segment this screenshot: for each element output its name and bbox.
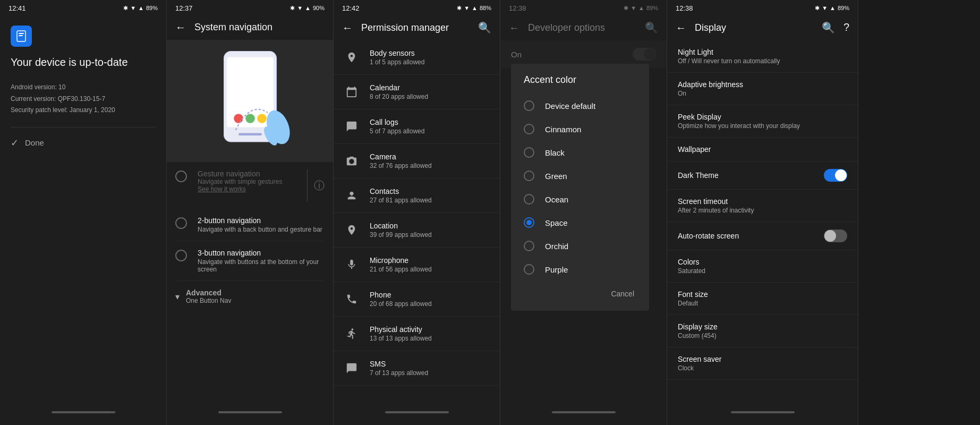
display-item-adaptive-brightness[interactable]: Adaptive brightness On: [667, 73, 858, 105]
display-item-font-size[interactable]: Font size Default: [667, 283, 858, 315]
battery-2: 90%: [313, 5, 325, 11]
advanced-label: Advanced: [186, 288, 231, 297]
svg-point-8: [257, 114, 267, 123]
back-arrow-3[interactable]: ←: [342, 22, 353, 34]
auto-rotate-toggle[interactable]: [824, 230, 847, 242]
accent-option-space[interactable]: Space: [511, 211, 649, 234]
home-bar-3: [385, 411, 449, 413]
screen-timeout-text: Screen timeout After 2 minutes of inacti…: [678, 197, 754, 214]
dark-theme-toggle[interactable]: [824, 169, 847, 182]
display-item-peek-display[interactable]: Peek Display Optimize how you interact w…: [667, 105, 858, 138]
display-item-dark-theme[interactable]: Dark Theme: [667, 162, 858, 190]
status-icons-5: ✱ ▼ ▲ 89%: [815, 5, 849, 12]
chevron-down-icon: ▾: [175, 292, 180, 302]
display-item-colors[interactable]: Colors Saturated: [667, 250, 858, 283]
cancel-button[interactable]: Cancel: [604, 285, 641, 302]
advanced-section[interactable]: ▾ Advanced One Button Nav: [175, 281, 325, 312]
accent-label-orchid: Orchid: [545, 242, 568, 251]
home-bar-2: [218, 411, 282, 413]
accent-option-device-default[interactable]: Device default: [511, 94, 649, 117]
back-arrow-4: ←: [509, 22, 519, 34]
display-item-screen-saver[interactable]: Screen saver Clock: [667, 347, 858, 380]
display-size-label: Display size: [678, 322, 718, 331]
display-item-display-size[interactable]: Display size Custom (454): [667, 315, 858, 347]
display-item-auto-rotate[interactable]: Auto-rotate screen: [667, 222, 858, 250]
bluetooth-icon-3: ✱: [457, 5, 462, 12]
phone-icon: [342, 290, 361, 309]
screen-saver-text: Screen saver Clock: [678, 355, 721, 372]
nav-option-2btn[interactable]: 2-button navigation Navigate with a back…: [175, 209, 325, 241]
status-bar-2: 12:37 ✱ ▼ ▲ 90%: [167, 0, 333, 15]
accent-option-cinnamon[interactable]: Cinnamon: [511, 117, 649, 141]
permission-item-phone[interactable]: Phone 20 of 68 apps allowed: [334, 282, 500, 317]
accent-option-ocean[interactable]: Ocean: [511, 188, 649, 211]
done-label: Done: [25, 138, 44, 147]
home-indicator-2: [167, 411, 333, 425]
display-item-wallpaper[interactable]: Wallpaper: [667, 138, 858, 162]
back-arrow-5[interactable]: ←: [676, 22, 686, 34]
radio-2btn[interactable]: [175, 217, 187, 229]
accent-option-green[interactable]: Green: [511, 164, 649, 188]
colors-text: Colors Saturated: [678, 258, 705, 275]
accent-option-orchid[interactable]: Orchid: [511, 234, 649, 258]
battery-5: 89%: [838, 5, 849, 11]
night-light-label: Night Light: [678, 48, 780, 56]
accent-label-black: Black: [545, 148, 565, 157]
accent-label-ocean: Ocean: [545, 195, 568, 204]
wifi-icon-4: ▼: [630, 5, 636, 11]
accent-color-dialog: Accent color Device default Cinnamon Bla…: [511, 64, 649, 311]
screen-timeout-label: Screen timeout: [678, 197, 754, 206]
display-item-screen-timeout[interactable]: Screen timeout After 2 minutes of inacti…: [667, 190, 858, 222]
radio-3btn[interactable]: [175, 250, 187, 261]
permission-item-camera[interactable]: Camera 32 of 76 apps allowed: [334, 144, 500, 178]
accent-option-black[interactable]: Black: [511, 141, 649, 164]
permission-item-call-logs[interactable]: Call logs 5 of 7 apps allowed: [334, 109, 500, 144]
android-version: Android version: 10: [11, 83, 65, 91]
see-how-link[interactable]: See how it works: [198, 185, 282, 193]
accent-option-purple[interactable]: Purple: [511, 258, 649, 281]
permission-item-contacts[interactable]: Contacts 27 of 81 apps allowed: [334, 178, 500, 213]
status-icons-4: ✱ ▼ ▲ 89%: [624, 5, 658, 12]
permission-item-physical-activity[interactable]: Physical activity 13 of 13 apps allowed: [334, 317, 500, 351]
signal-icon-3: ▲: [472, 5, 478, 11]
sms-icon: [342, 359, 361, 378]
signal-icon: ▲: [138, 5, 144, 11]
gesture-option[interactable]: Gesture navigation Navigate with simple …: [175, 162, 325, 209]
info-icon[interactable]: ⓘ: [314, 178, 325, 193]
colors-desc: Saturated: [678, 267, 705, 275]
permission-item-sms[interactable]: SMS 7 of 13 apps allowed: [334, 351, 500, 386]
dark-theme-text: Dark Theme: [678, 171, 719, 180]
sms-text: SMS 7 of 13 apps allowed: [370, 360, 428, 377]
panel-system-nav: 12:37 ✱ ▼ ▲ 90% ← System navigation: [167, 0, 334, 425]
done-button[interactable]: ✓ Done: [11, 132, 156, 154]
gesture-radio[interactable]: [175, 171, 187, 182]
accent-radio-device-default: [524, 100, 534, 111]
search-icon-5[interactable]: 🔍: [822, 21, 835, 34]
physical-activity-text: Physical activity 13 of 13 apps allowed: [370, 325, 432, 342]
call-logs-icon: [342, 117, 361, 136]
auto-rotate-label: Auto-rotate screen: [678, 232, 739, 240]
home-indicator-3: [334, 411, 500, 425]
permission-item-calendar[interactable]: Calendar 8 of 20 apps allowed: [334, 75, 500, 109]
advanced-text: Advanced One Button Nav: [186, 288, 231, 304]
camera-label: Camera: [370, 152, 432, 161]
permission-item-location[interactable]: Location 39 of 99 apps allowed: [334, 213, 500, 248]
nav-option-3btn[interactable]: 3-button navigation Navigate with button…: [175, 241, 325, 281]
help-icon-5[interactable]: ?: [843, 21, 849, 34]
display-item-night-light[interactable]: Night Light Off / Will never turn on aut…: [667, 40, 858, 73]
night-light-text: Night Light Off / Will never turn on aut…: [678, 48, 780, 65]
accent-label-space: Space: [545, 218, 568, 227]
font-size-label: Font size: [678, 290, 708, 299]
back-arrow-2[interactable]: ←: [175, 21, 186, 33]
display-list: Night Light Off / Will never turn on aut…: [667, 40, 858, 425]
nav-option-text-3btn: 3-button navigation Navigate with button…: [198, 249, 325, 273]
search-icon-3[interactable]: 🔍: [478, 21, 491, 34]
adaptive-brightness-text: Adaptive brightness On: [678, 80, 743, 97]
permission-item-microphone[interactable]: Microphone 21 of 56 apps allowed: [334, 248, 500, 282]
location-desc: 39 of 99 apps allowed: [370, 231, 432, 239]
nav-option-label-3btn: 3-button navigation: [198, 249, 325, 257]
dev-header: ← Developer options 🔍: [500, 15, 667, 40]
permission-item-body-sensors[interactable]: Body sensors 1 of 5 apps allowed: [334, 40, 500, 75]
display-size-text: Display size Custom (454): [678, 322, 718, 339]
accent-label-device-default: Device default: [545, 101, 595, 110]
